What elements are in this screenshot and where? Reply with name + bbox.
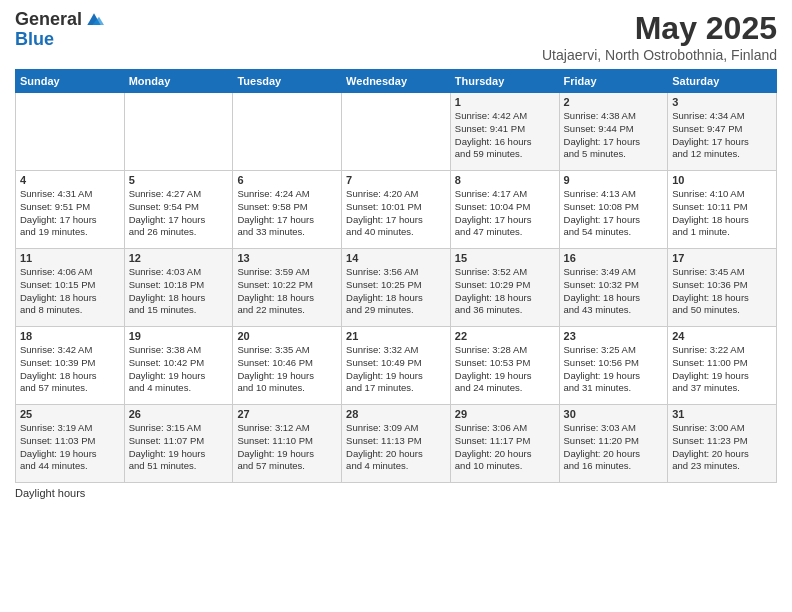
day-number: 5 xyxy=(129,174,229,186)
day-info: Sunrise: 3:52 AM Sunset: 10:29 PM Daylig… xyxy=(455,266,555,317)
header: General Blue May 2025 Utajaervi, North O… xyxy=(15,10,777,63)
day-cell xyxy=(342,93,451,171)
logo-general: General xyxy=(15,10,82,30)
day-info: Sunrise: 4:27 AM Sunset: 9:54 PM Dayligh… xyxy=(129,188,229,239)
logo-blue: Blue xyxy=(15,30,104,50)
day-number: 9 xyxy=(564,174,664,186)
day-cell: 2Sunrise: 4:38 AM Sunset: 9:44 PM Daylig… xyxy=(559,93,668,171)
logo: General Blue xyxy=(15,10,104,50)
week-row-1: 1Sunrise: 4:42 AM Sunset: 9:41 PM Daylig… xyxy=(16,93,777,171)
day-cell: 31Sunrise: 3:00 AM Sunset: 11:23 PM Dayl… xyxy=(668,405,777,483)
day-number: 7 xyxy=(346,174,446,186)
day-info: Sunrise: 4:03 AM Sunset: 10:18 PM Daylig… xyxy=(129,266,229,317)
day-number: 12 xyxy=(129,252,229,264)
day-number: 14 xyxy=(346,252,446,264)
day-cell: 9Sunrise: 4:13 AM Sunset: 10:08 PM Dayli… xyxy=(559,171,668,249)
day-number: 18 xyxy=(20,330,120,342)
day-number: 1 xyxy=(455,96,555,108)
day-cell: 10Sunrise: 4:10 AM Sunset: 10:11 PM Dayl… xyxy=(668,171,777,249)
day-info: Sunrise: 3:45 AM Sunset: 10:36 PM Daylig… xyxy=(672,266,772,317)
day-info: Sunrise: 3:28 AM Sunset: 10:53 PM Daylig… xyxy=(455,344,555,395)
day-cell: 14Sunrise: 3:56 AM Sunset: 10:25 PM Dayl… xyxy=(342,249,451,327)
day-info: Sunrise: 3:38 AM Sunset: 10:42 PM Daylig… xyxy=(129,344,229,395)
day-info: Sunrise: 3:42 AM Sunset: 10:39 PM Daylig… xyxy=(20,344,120,395)
day-number: 17 xyxy=(672,252,772,264)
day-cell: 20Sunrise: 3:35 AM Sunset: 10:46 PM Dayl… xyxy=(233,327,342,405)
calendar-table: Sunday Monday Tuesday Wednesday Thursday… xyxy=(15,69,777,483)
day-cell: 4Sunrise: 4:31 AM Sunset: 9:51 PM Daylig… xyxy=(16,171,125,249)
day-cell: 6Sunrise: 4:24 AM Sunset: 9:58 PM Daylig… xyxy=(233,171,342,249)
day-info: Sunrise: 4:17 AM Sunset: 10:04 PM Daylig… xyxy=(455,188,555,239)
week-row-3: 11Sunrise: 4:06 AM Sunset: 10:15 PM Dayl… xyxy=(16,249,777,327)
day-info: Sunrise: 3:35 AM Sunset: 10:46 PM Daylig… xyxy=(237,344,337,395)
day-number: 15 xyxy=(455,252,555,264)
calendar-header: Sunday Monday Tuesday Wednesday Thursday… xyxy=(16,70,777,93)
day-info: Sunrise: 4:34 AM Sunset: 9:47 PM Dayligh… xyxy=(672,110,772,161)
day-info: Sunrise: 3:59 AM Sunset: 10:22 PM Daylig… xyxy=(237,266,337,317)
day-cell: 16Sunrise: 3:49 AM Sunset: 10:32 PM Dayl… xyxy=(559,249,668,327)
day-info: Sunrise: 3:00 AM Sunset: 11:23 PM Daylig… xyxy=(672,422,772,473)
day-cell xyxy=(233,93,342,171)
day-cell: 7Sunrise: 4:20 AM Sunset: 10:01 PM Dayli… xyxy=(342,171,451,249)
day-info: Sunrise: 4:06 AM Sunset: 10:15 PM Daylig… xyxy=(20,266,120,317)
day-number: 16 xyxy=(564,252,664,264)
day-info: Sunrise: 4:42 AM Sunset: 9:41 PM Dayligh… xyxy=(455,110,555,161)
day-cell: 5Sunrise: 4:27 AM Sunset: 9:54 PM Daylig… xyxy=(124,171,233,249)
day-number: 31 xyxy=(672,408,772,420)
day-info: Sunrise: 4:31 AM Sunset: 9:51 PM Dayligh… xyxy=(20,188,120,239)
day-number: 21 xyxy=(346,330,446,342)
day-number: 25 xyxy=(20,408,120,420)
day-info: Sunrise: 3:56 AM Sunset: 10:25 PM Daylig… xyxy=(346,266,446,317)
col-wednesday: Wednesday xyxy=(342,70,451,93)
header-row: Sunday Monday Tuesday Wednesday Thursday… xyxy=(16,70,777,93)
day-cell: 25Sunrise: 3:19 AM Sunset: 11:03 PM Dayl… xyxy=(16,405,125,483)
day-number: 29 xyxy=(455,408,555,420)
day-number: 28 xyxy=(346,408,446,420)
day-cell: 3Sunrise: 4:34 AM Sunset: 9:47 PM Daylig… xyxy=(668,93,777,171)
day-cell: 1Sunrise: 4:42 AM Sunset: 9:41 PM Daylig… xyxy=(450,93,559,171)
day-cell: 8Sunrise: 4:17 AM Sunset: 10:04 PM Dayli… xyxy=(450,171,559,249)
day-number: 20 xyxy=(237,330,337,342)
day-number: 30 xyxy=(564,408,664,420)
day-number: 4 xyxy=(20,174,120,186)
day-cell: 17Sunrise: 3:45 AM Sunset: 10:36 PM Dayl… xyxy=(668,249,777,327)
week-row-5: 25Sunrise: 3:19 AM Sunset: 11:03 PM Dayl… xyxy=(16,405,777,483)
day-cell: 19Sunrise: 3:38 AM Sunset: 10:42 PM Dayl… xyxy=(124,327,233,405)
day-cell: 21Sunrise: 3:32 AM Sunset: 10:49 PM Dayl… xyxy=(342,327,451,405)
day-cell: 27Sunrise: 3:12 AM Sunset: 11:10 PM Dayl… xyxy=(233,405,342,483)
col-thursday: Thursday xyxy=(450,70,559,93)
footer-note: Daylight hours xyxy=(15,487,777,499)
day-cell: 11Sunrise: 4:06 AM Sunset: 10:15 PM Dayl… xyxy=(16,249,125,327)
day-cell: 15Sunrise: 3:52 AM Sunset: 10:29 PM Dayl… xyxy=(450,249,559,327)
day-info: Sunrise: 3:09 AM Sunset: 11:13 PM Daylig… xyxy=(346,422,446,473)
day-info: Sunrise: 3:22 AM Sunset: 11:00 PM Daylig… xyxy=(672,344,772,395)
day-number: 10 xyxy=(672,174,772,186)
col-monday: Monday xyxy=(124,70,233,93)
title-block: May 2025 Utajaervi, North Ostrobothnia, … xyxy=(542,10,777,63)
col-tuesday: Tuesday xyxy=(233,70,342,93)
day-cell: 18Sunrise: 3:42 AM Sunset: 10:39 PM Dayl… xyxy=(16,327,125,405)
day-info: Sunrise: 4:24 AM Sunset: 9:58 PM Dayligh… xyxy=(237,188,337,239)
day-cell xyxy=(124,93,233,171)
day-cell: 28Sunrise: 3:09 AM Sunset: 11:13 PM Dayl… xyxy=(342,405,451,483)
day-number: 27 xyxy=(237,408,337,420)
day-number: 6 xyxy=(237,174,337,186)
day-cell: 29Sunrise: 3:06 AM Sunset: 11:17 PM Dayl… xyxy=(450,405,559,483)
week-row-2: 4Sunrise: 4:31 AM Sunset: 9:51 PM Daylig… xyxy=(16,171,777,249)
day-number: 24 xyxy=(672,330,772,342)
day-cell: 22Sunrise: 3:28 AM Sunset: 10:53 PM Dayl… xyxy=(450,327,559,405)
calendar-title: May 2025 xyxy=(542,10,777,47)
week-row-4: 18Sunrise: 3:42 AM Sunset: 10:39 PM Dayl… xyxy=(16,327,777,405)
calendar-body: 1Sunrise: 4:42 AM Sunset: 9:41 PM Daylig… xyxy=(16,93,777,483)
day-number: 8 xyxy=(455,174,555,186)
day-number: 13 xyxy=(237,252,337,264)
day-cell: 12Sunrise: 4:03 AM Sunset: 10:18 PM Dayl… xyxy=(124,249,233,327)
logo-icon xyxy=(84,10,104,30)
day-info: Sunrise: 3:06 AM Sunset: 11:17 PM Daylig… xyxy=(455,422,555,473)
day-number: 3 xyxy=(672,96,772,108)
day-number: 23 xyxy=(564,330,664,342)
day-info: Sunrise: 3:12 AM Sunset: 11:10 PM Daylig… xyxy=(237,422,337,473)
day-info: Sunrise: 3:32 AM Sunset: 10:49 PM Daylig… xyxy=(346,344,446,395)
day-number: 26 xyxy=(129,408,229,420)
day-cell: 26Sunrise: 3:15 AM Sunset: 11:07 PM Dayl… xyxy=(124,405,233,483)
